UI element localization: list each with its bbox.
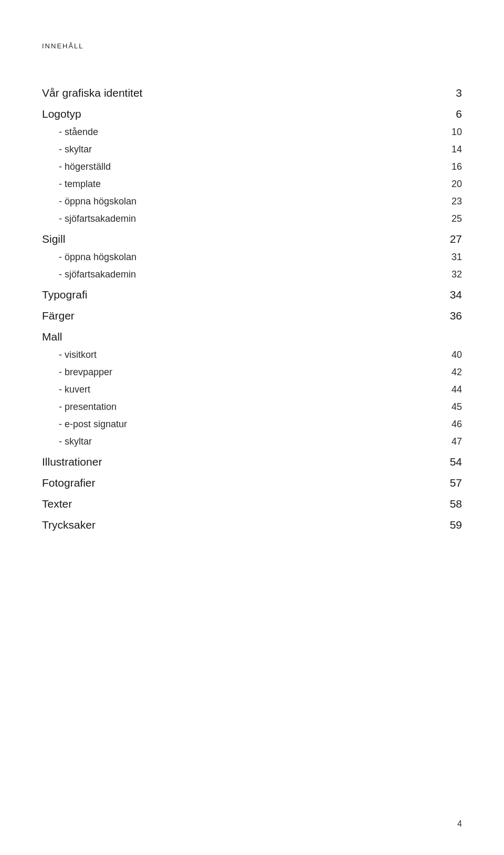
- toc-page-mall-epost: 46: [452, 419, 462, 430]
- toc-label-sigill-sjofartsakademin: - sjöfartsakademin: [42, 269, 136, 280]
- toc-label-grafisk-identitet: Vår grafiska identitet: [42, 87, 142, 99]
- toc-label-logotyp-hogerstaelld: - högerställd: [42, 161, 111, 172]
- page: INNEHÅLL Vår grafiska identitet3Logotyp6…: [0, 0, 504, 855]
- toc-page-logotyp: 6: [456, 108, 462, 120]
- toc-label-logotyp-template: - template: [42, 179, 101, 190]
- toc-page-sigill-oppna-hogskolan: 31: [452, 252, 462, 263]
- toc-item-logotyp-hogerstaelld: - högerställd16: [42, 158, 462, 176]
- toc-item-mall-brevpapper: - brevpapper42: [42, 364, 462, 381]
- toc-item-fotografier: Fotografier57: [42, 471, 462, 492]
- toc-item-logotyp-template: - template20: [42, 176, 462, 193]
- toc-item-mall-kuvert: - kuvert44: [42, 381, 462, 398]
- toc-item-sigill-oppna-hogskolan: - öppna högskolan31: [42, 249, 462, 266]
- toc-item-logotyp: Logotyp6: [42, 102, 462, 123]
- page-number: 4: [457, 819, 462, 829]
- toc-label-mall-epost: - e-post signatur: [42, 419, 127, 430]
- toc-page-logotyp-oppna-hogskolan: 23: [452, 196, 462, 207]
- toc-label-illustrationer: Illustrationer: [42, 456, 102, 468]
- toc-item-logotyp-oppna-hogskolan: - öppna högskolan23: [42, 193, 462, 210]
- toc-label-logotyp: Logotyp: [42, 108, 81, 120]
- toc-item-sigill: Sigill27: [42, 228, 462, 249]
- toc-label-fotografier: Fotografier: [42, 477, 96, 489]
- toc-item-logotyp-sjofartsakademin: - sjöfartsakademin25: [42, 210, 462, 228]
- toc-page-logotyp-hogerstaelld: 16: [452, 161, 462, 172]
- toc-item-sigill-sjofartsakademin: - sjöfartsakademin32: [42, 266, 462, 283]
- toc-item-logotyp-staende: - stående10: [42, 123, 462, 141]
- toc-label-sigill-oppna-hogskolan: - öppna högskolan: [42, 252, 136, 263]
- toc-item-trycksaker: Trycksaker59: [42, 513, 462, 534]
- toc-item-mall-epost: - e-post signatur46: [42, 416, 462, 433]
- toc-page-typografi: 34: [450, 289, 462, 301]
- table-of-contents: Vår grafiska identitet3Logotyp6- stående…: [42, 81, 462, 534]
- toc-page-logotyp-staende: 10: [452, 127, 462, 138]
- toc-label-mall-visitkort: - visitkort: [42, 349, 97, 360]
- toc-page-illustrationer: 54: [450, 456, 462, 468]
- toc-label-trycksaker: Trycksaker: [42, 519, 96, 531]
- toc-item-texter: Texter58: [42, 492, 462, 513]
- toc-page-logotyp-skyltar: 14: [452, 144, 462, 155]
- toc-page-farger: 36: [450, 310, 462, 322]
- toc-page-trycksaker: 59: [450, 519, 462, 531]
- toc-item-mall-visitkort: - visitkort40: [42, 346, 462, 364]
- toc-item-mall-skyltar: - skyltar47: [42, 433, 462, 450]
- toc-page-mall-presentation: 45: [452, 401, 462, 413]
- toc-item-illustrationer: Illustrationer54: [42, 450, 462, 471]
- toc-label-typografi: Typografi: [42, 289, 87, 301]
- toc-page-logotyp-sjofartsakademin: 25: [452, 213, 462, 224]
- toc-page-sigill: 27: [450, 233, 462, 245]
- toc-label-mall-brevpapper: - brevpapper: [42, 367, 112, 378]
- toc-page-mall-visitkort: 40: [452, 349, 462, 360]
- toc-label-sigill: Sigill: [42, 233, 65, 245]
- toc-item-farger: Färger36: [42, 304, 462, 325]
- toc-label-mall-presentation: - presentation: [42, 401, 117, 413]
- toc-page-fotografier: 57: [450, 477, 462, 489]
- toc-page-grafisk-identitet: 3: [456, 87, 462, 99]
- toc-page-logotyp-template: 20: [452, 179, 462, 190]
- toc-label-mall: Mall: [42, 331, 62, 343]
- toc-item-logotyp-skyltar: - skyltar14: [42, 141, 462, 158]
- toc-item-mall-presentation: - presentation45: [42, 398, 462, 416]
- toc-label-logotyp-oppna-hogskolan: - öppna högskolan: [42, 196, 136, 207]
- toc-label-texter: Texter: [42, 498, 72, 510]
- toc-label-farger: Färger: [42, 310, 75, 322]
- page-header-title: INNEHÅLL: [42, 42, 462, 50]
- toc-label-mall-kuvert: - kuvert: [42, 384, 90, 395]
- toc-page-mall-brevpapper: 42: [452, 367, 462, 378]
- toc-page-mall-skyltar: 47: [452, 436, 462, 447]
- toc-label-logotyp-sjofartsakademin: - sjöfartsakademin: [42, 213, 136, 224]
- toc-label-logotyp-staende: - stående: [42, 127, 98, 138]
- toc-item-typografi: Typografi34: [42, 283, 462, 304]
- toc-label-mall-skyltar: - skyltar: [42, 436, 92, 447]
- toc-page-mall-kuvert: 44: [452, 384, 462, 395]
- toc-item-mall: Mall: [42, 325, 462, 346]
- toc-page-texter: 58: [450, 498, 462, 510]
- toc-label-logotyp-skyltar: - skyltar: [42, 144, 92, 155]
- toc-item-grafisk-identitet: Vår grafiska identitet3: [42, 81, 462, 102]
- toc-page-sigill-sjofartsakademin: 32: [452, 269, 462, 280]
